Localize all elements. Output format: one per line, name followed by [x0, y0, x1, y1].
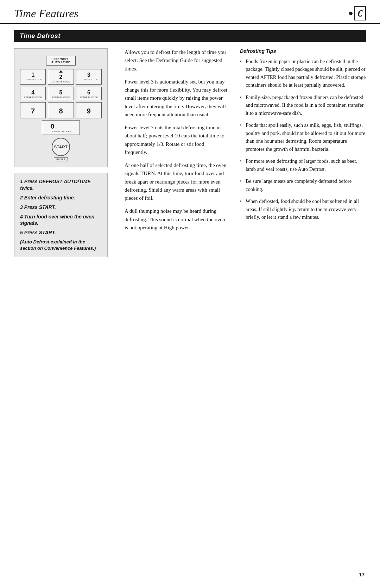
key-1-label: EXPRESS COOK	[22, 79, 44, 81]
defrost-label-line1: DEFROST	[51, 57, 70, 61]
instructions-box: 1 Press DEFROST AUTO/TIME twice. 2 Enter…	[14, 173, 108, 257]
step-1-num: 1	[20, 179, 24, 184]
key-3-label: EXPRESS COOK	[78, 79, 100, 81]
key-4-number: 4	[22, 90, 44, 95]
page-title: Time Features	[14, 7, 78, 20]
key-5-label: EXPRESS COOK	[50, 96, 72, 98]
main-para-2: Power level 3 is automatically set, but …	[125, 78, 227, 119]
key-6-number: 6	[78, 90, 100, 95]
key-5[interactable]: 5 EXPRESS COOK	[48, 87, 74, 100]
step-3: 3 Press START.	[20, 204, 102, 211]
tips-title: Defrosting Tips	[240, 48, 366, 54]
key-2[interactable]: 2 EXPRESS COOK	[48, 69, 74, 85]
key-3-number: 3	[78, 72, 100, 78]
section-title: Time Defrost	[20, 32, 61, 39]
right-column: Defrosting Tips Foods frozen in paper or…	[236, 48, 366, 257]
step-4-num: 4	[20, 214, 24, 219]
step-2-num: 2	[20, 195, 24, 200]
step-1-text: Press DEFROST AUTO/TIME twice.	[20, 179, 91, 191]
tip-5: Be sure large meats are completely defro…	[240, 177, 366, 193]
header-dot	[349, 12, 353, 15]
key-1-number: 1	[22, 72, 44, 78]
tip-3: Foods that spoil easily, such as milk, e…	[240, 121, 366, 153]
key-6-label: EXPRESS COOK	[78, 96, 100, 98]
main-para-5: A dull thumping noise may be heard durin…	[125, 207, 227, 232]
step-5: 5 Press START.	[20, 229, 102, 236]
tip-6: When defrosted, food should be cool but …	[240, 197, 366, 221]
keypad-panel: DEFROST AUTO / TIME 1 EXPRESS COOK 2 EXP…	[14, 48, 108, 167]
tips-list: Foods frozen in paper or plastic can be …	[240, 57, 366, 221]
left-column: DEFROST AUTO / TIME 1 EXPRESS COOK 2 EXP…	[14, 48, 116, 257]
main-para-1: Allows you to defrost for the length of …	[125, 48, 227, 73]
tip-4: For more even defrosting of larger foods…	[240, 157, 366, 173]
keypad-row-2: 4 EXPRESS COOK 5 EXPRESS COOK 6 EXPRESS …	[20, 87, 102, 100]
key-2-number: 2	[50, 74, 72, 80]
key-6[interactable]: 6 EXPRESS COOK	[76, 87, 102, 100]
instruction-note: (Auto Defrost explained in the section o…	[20, 239, 102, 252]
step-4-text: Turn food over when the oven signals.	[20, 214, 94, 226]
key-9-number: 9	[78, 105, 100, 117]
section-header: Time Defrost	[14, 30, 366, 42]
key-4[interactable]: 4 EXPRESS COOK	[20, 87, 46, 100]
step-2: 2 Enter defrosting time.	[20, 194, 102, 201]
defrost-button-area: DEFROST AUTO / TIME	[20, 56, 102, 66]
keypad-zero-row: 0 DISPLAY ON / OFF	[20, 120, 102, 135]
keypad-row-3: 7 8 9	[20, 102, 102, 118]
step-2-text: Enter defrosting time.	[24, 195, 75, 200]
pause-label: PAUSE	[54, 157, 68, 161]
main-content: DEFROST AUTO / TIME 1 EXPRESS COOK 2 EXP…	[0, 42, 380, 264]
step-5-num: 5	[20, 230, 24, 235]
header-icon-area: €	[349, 6, 366, 20]
key-2-label: EXPRESS COOK	[50, 81, 72, 83]
step-5-text: Press START.	[24, 230, 56, 235]
middle-column: Allows you to defrost for the length of …	[116, 48, 236, 257]
key-8[interactable]: 8	[48, 102, 74, 118]
step-4: 4 Turn food over when the oven signals.	[20, 213, 102, 227]
tip-1: Foods frozen in paper or plastic can be …	[240, 57, 366, 89]
keypad-row-1: 1 EXPRESS COOK 2 EXPRESS COOK 3 EXPRESS …	[20, 69, 102, 85]
start-button[interactable]: START	[52, 138, 70, 156]
step-3-text: Press START.	[24, 204, 56, 210]
key-5-number: 5	[50, 90, 72, 95]
key-0-label: DISPLAY ON / OFF	[51, 130, 71, 132]
main-para-4: At one half of selected defrosting time,…	[125, 161, 227, 202]
key-1[interactable]: 1 EXPRESS COOK	[20, 69, 46, 85]
tip-2: Family-size, prepackaged frozen dinners …	[240, 93, 366, 117]
main-para-3: Power level 7 cuts the total defrosting …	[125, 124, 227, 156]
key-0-number: 0	[51, 123, 71, 130]
key-7[interactable]: 7	[20, 102, 46, 118]
key-8-number: 8	[50, 105, 72, 117]
defrost-label-line2: AUTO / TIME	[51, 61, 70, 64]
key-7-number: 7	[22, 105, 44, 117]
key-0[interactable]: 0 DISPLAY ON / OFF	[42, 120, 80, 135]
step-3-num: 3	[20, 204, 24, 210]
page-number: 17	[359, 572, 365, 577]
page-header: Time Features €	[0, 0, 380, 24]
key-3[interactable]: 3 EXPRESS COOK	[76, 69, 102, 85]
key-9[interactable]: 9	[76, 102, 102, 118]
key-4-label: EXPRESS COOK	[22, 96, 44, 98]
start-button-area: START PAUSE	[20, 138, 102, 161]
step-1: 1 Press DEFROST AUTO/TIME twice.	[20, 178, 102, 192]
defrost-auto-time-button[interactable]: DEFROST AUTO / TIME	[46, 56, 76, 66]
header-arrow-icon: €	[354, 6, 366, 20]
